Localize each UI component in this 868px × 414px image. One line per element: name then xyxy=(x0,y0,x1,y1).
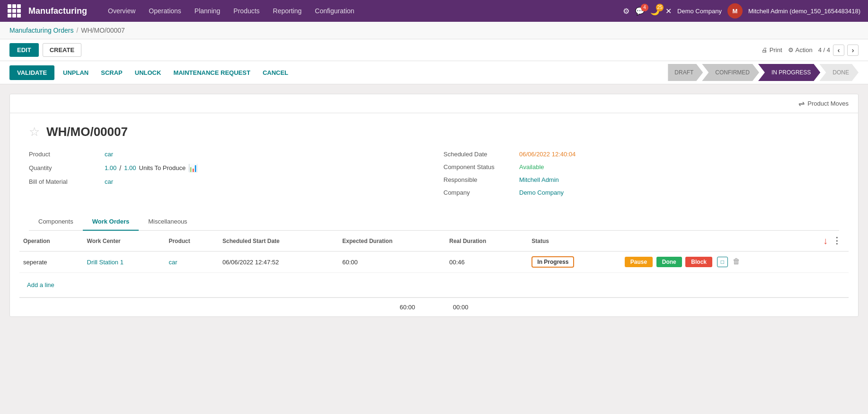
cell-product[interactable]: car xyxy=(165,252,219,273)
block-button[interactable]: Block xyxy=(685,257,712,267)
responsible-field-row: Responsible Mitchell Admin xyxy=(443,176,839,183)
col-status: Status xyxy=(528,231,620,252)
tab-miscellaneous[interactable]: Miscellaneous xyxy=(139,213,196,231)
col-product: Product xyxy=(165,231,219,252)
add-line-button[interactable]: Add a line xyxy=(23,278,58,292)
form-title: WH/MO/00007 xyxy=(46,125,128,139)
product-moves-icon: ⇌ xyxy=(798,99,805,108)
tab-work-orders[interactable]: Work Orders xyxy=(83,213,139,231)
breadcrumb: Manufacturing Orders / WH/MO/00007 xyxy=(0,22,868,39)
close-icon[interactable]: ✕ xyxy=(665,7,672,16)
cell-real-duration: 00:46 xyxy=(445,252,528,273)
pause-button[interactable]: Pause xyxy=(625,257,653,267)
responsible-value[interactable]: Mitchell Admin xyxy=(519,176,559,183)
pager-prev[interactable]: ‹ xyxy=(833,45,844,56)
grid-icon[interactable] xyxy=(8,4,21,18)
quantity-sep: / xyxy=(119,164,121,172)
maintenance-button[interactable]: MAINTENANCE REQUEST xyxy=(168,65,256,80)
cell-expected-duration: 60:00 xyxy=(338,252,445,273)
action-bar: VALIDATE UNPLAN SCRAP UNLOCK MAINTENANCE… xyxy=(0,61,868,84)
bom-value[interactable]: car xyxy=(105,178,113,185)
work-orders-table: Operation Work Center Product Scheduled … xyxy=(10,231,858,316)
pager-count: 4 / 4 xyxy=(818,46,830,54)
nav-products[interactable]: Products xyxy=(228,5,265,17)
add-line-row: Add a line xyxy=(19,273,849,297)
action-button[interactable]: ⚙ Action xyxy=(788,46,813,54)
avatar[interactable]: M xyxy=(727,3,743,18)
col-work-center: Work Center xyxy=(83,231,165,252)
quantity-label: Quantity xyxy=(29,164,105,171)
component-status-label: Component Status xyxy=(443,163,519,171)
cell-row-actions: Pause Done Block □ 🗑 xyxy=(621,252,849,273)
footer-real: 00:00 xyxy=(453,304,469,311)
footer-expected: 60:00 xyxy=(399,304,415,311)
nav-planning[interactable]: Planning xyxy=(189,5,226,17)
toolbar: EDIT CREATE 🖨 Print ⚙ Action 4 / 4 ‹ › xyxy=(0,39,868,61)
status-steps: DRAFT CONFIRMED IN PROGRESS DONE xyxy=(668,64,859,81)
nav-operations[interactable]: Operations xyxy=(143,5,186,17)
done-row-button[interactable]: Done xyxy=(656,257,682,267)
breadcrumb-sep: / xyxy=(76,27,78,34)
cell-work-center[interactable]: Drill Station 1 xyxy=(83,252,165,273)
nav-configuration[interactable]: Configuration xyxy=(309,5,360,17)
edit-button[interactable]: EDIT xyxy=(9,43,39,57)
three-dots-icon[interactable]: ⋮ xyxy=(833,235,841,246)
chat-icon[interactable]: 💬 4 xyxy=(635,7,645,16)
create-button[interactable]: CREATE xyxy=(43,43,81,57)
step-confirmed-label: CONFIRMED xyxy=(715,69,750,76)
nav-overview[interactable]: Overview xyxy=(102,5,141,17)
scheduled-date-value[interactable]: 06/06/2022 12:40:04 xyxy=(519,151,576,158)
scheduled-date-field-row: Scheduled Date 06/06/2022 12:40:04 xyxy=(443,151,839,158)
gear-icon: ⚙ xyxy=(788,46,794,54)
nav-reporting[interactable]: Reporting xyxy=(267,5,308,17)
col-expected-duration: Expected Duration xyxy=(338,231,445,252)
component-status-value: Available xyxy=(519,163,544,171)
breadcrumb-current: WH/MO/00007 xyxy=(81,27,125,34)
product-moves-bar: ⇌ Product Moves xyxy=(10,94,858,113)
product-field-row: Product car xyxy=(29,151,425,158)
responsible-label: Responsible xyxy=(443,176,519,183)
chart-icon[interactable]: 📊 xyxy=(188,163,198,172)
clock-icon[interactable]: 🌙 25 xyxy=(650,7,660,16)
company-value[interactable]: Demo Company xyxy=(519,189,564,196)
company-name: Demo Company xyxy=(677,8,722,15)
tab-components[interactable]: Components xyxy=(29,213,83,231)
cancel-button[interactable]: CANCEL xyxy=(257,65,294,80)
product-moves-button[interactable]: ⇌ Product Moves xyxy=(798,99,849,108)
product-moves-label: Product Moves xyxy=(807,100,849,107)
action-bar-left: VALIDATE UNPLAN SCRAP UNLOCK MAINTENANCE… xyxy=(9,65,668,80)
step-in-progress-label: IN PROGRESS xyxy=(771,69,811,76)
open-wo-button[interactable]: □ xyxy=(717,257,728,267)
unplan-button[interactable]: UNPLAN xyxy=(57,65,94,80)
step-done-label: DONE xyxy=(833,69,849,76)
product-value[interactable]: car xyxy=(105,151,113,158)
scrap-button[interactable]: SCRAP xyxy=(95,65,128,80)
red-arrow-icon: ↓ xyxy=(823,235,828,246)
action-label: Action xyxy=(796,46,813,54)
tabs: Components Work Orders Miscellaneous xyxy=(29,213,839,231)
app-name[interactable]: Manufacturing xyxy=(28,6,87,16)
settings-icon[interactable]: ⚙ xyxy=(623,7,629,16)
company-field-row: Company Demo Company xyxy=(443,189,839,196)
form-right: Scheduled Date 06/06/2022 12:40:04 Compo… xyxy=(443,151,839,202)
step-done: DONE xyxy=(819,64,859,81)
form-title-row: ☆ WH/MO/00007 xyxy=(29,125,839,139)
company-label: Company xyxy=(443,189,519,196)
quantity-value[interactable]: 1.00 xyxy=(105,164,116,171)
pager: 4 / 4 ‹ › xyxy=(818,45,859,56)
nav-icons: ⚙ 💬 4 🌙 25 ✕ Demo Company M Mitchell Adm… xyxy=(623,3,860,18)
print-label: Print xyxy=(770,46,782,54)
favorite-star[interactable]: ☆ xyxy=(29,125,40,139)
validate-button[interactable]: VALIDATE xyxy=(9,65,54,80)
user-name: Mitchell Admin (demo_150_1654483418) xyxy=(748,8,860,15)
col-real-duration: Real Duration xyxy=(445,231,528,252)
print-button[interactable]: 🖨 Print xyxy=(762,46,782,54)
unlock-button[interactable]: UNLOCK xyxy=(129,65,167,80)
table-footer: 60:00 00:00 xyxy=(19,297,849,316)
pager-next[interactable]: › xyxy=(847,45,859,56)
table-row: seperate Drill Station 1 car 06/06/2022 … xyxy=(19,252,849,273)
quantity-produce[interactable]: 1.00 xyxy=(124,164,136,171)
scheduled-date-label: Scheduled Date xyxy=(443,151,519,158)
breadcrumb-parent[interactable]: Manufacturing Orders xyxy=(9,27,73,34)
delete-row-button[interactable]: 🗑 xyxy=(733,257,740,266)
